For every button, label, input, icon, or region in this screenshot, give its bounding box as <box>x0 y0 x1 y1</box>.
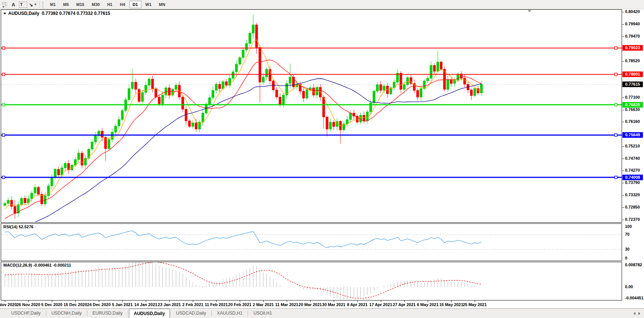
axis-tick-mark <box>622 207 624 208</box>
tab-divider <box>87 311 87 316</box>
tab-scroll-controls <box>634 309 644 318</box>
axis-tick-label: 0.76630 <box>625 107 640 112</box>
axis-tick-label: 0.72370 <box>625 217 640 222</box>
text-icon[interactable]: A <box>9 1 18 8</box>
macd-chart[interactable] <box>1 262 622 300</box>
rsi-axis-label: 0 <box>625 256 627 260</box>
mt4-window: FAT↘M1M5M15M30H1H4D1W1MN AUDUSD,Daily 0.… <box>0 0 644 318</box>
date-tick-mark <box>381 300 381 302</box>
chart-tab-usdcad[interactable]: USDCAD,Daily <box>172 309 211 318</box>
date-tick-mark <box>357 300 358 302</box>
date-tick-mark <box>216 300 217 302</box>
chart-tabs: USDCHF,DailyUSDCNH,DailyEURUSD,DailyAUDU… <box>0 309 276 318</box>
axis-tick-label: 0.79470 <box>625 34 640 38</box>
main-chart-panel[interactable]: AUDUSD,Daily 0.77392 0.77674 0.77332 0.7… <box>1 9 622 223</box>
date-tick-mark <box>75 300 76 302</box>
toolbar-separator <box>40 1 40 8</box>
rsi-axis-label: 30 <box>625 247 629 251</box>
candlestick-chart[interactable] <box>1 10 622 222</box>
timeframe-button-mn[interactable]: MN <box>155 1 169 8</box>
axis-tick-label: 0.76160 <box>625 119 640 124</box>
price-axis[interactable]: 0.804200.799400.794700.785200.771000.766… <box>622 9 644 300</box>
timeframe-button-w1[interactable]: W1 <box>142 1 155 8</box>
tab-divider <box>248 311 248 316</box>
axis-tick-mark <box>622 12 624 12</box>
date-label: 25 May 2021 <box>463 302 487 307</box>
date-tick-mark <box>404 300 405 302</box>
level-price-badge: 0.78001 <box>622 71 643 77</box>
tab-divider <box>46 311 46 316</box>
date-tick-mark <box>169 300 170 302</box>
chart-shift-marker[interactable] <box>528 10 531 12</box>
date-label: 2 Mar 2021 <box>253 302 274 307</box>
date-tick-mark <box>146 300 146 302</box>
axis-tick-mark <box>622 159 624 159</box>
macd-panel[interactable]: MACD(12,26,9) -0.000461 -0.000211 <box>1 262 622 300</box>
date-label: 8 Apr 2021 <box>347 302 367 307</box>
date-tick-mark <box>475 300 475 302</box>
chart-tab-usdcnh[interactable]: USDCNH,Daily <box>47 309 86 318</box>
date-tick-mark <box>122 300 123 302</box>
date-label: 5 Dec 2020 <box>41 302 63 307</box>
level-price-badge: 0.74008 <box>622 175 643 180</box>
toolbar: FAT↘M1M5M15M30H1H4D1W1MN <box>0 0 644 9</box>
timeframe-button-h4[interactable]: H4 <box>116 1 128 8</box>
axis-tick-mark <box>622 146 624 147</box>
rsi-label: RSI(14) 52.5276 <box>3 225 34 229</box>
date-label: 30 Mar 2021 <box>322 302 345 307</box>
date-label: 27 Apr 2021 <box>393 302 415 307</box>
timeframe-button-d1[interactable]: D1 <box>129 1 141 8</box>
date-label: 14 Jan 2021 <box>134 302 157 307</box>
chart-tab-xauusd[interactable]: XAUUSD,H1 <box>213 309 247 318</box>
level-price-badge: 0.79023 <box>622 45 643 51</box>
date-label: 20 Mar 2021 <box>299 302 322 307</box>
tabs-scroll-left-icon[interactable] <box>634 312 635 315</box>
text-label-icon[interactable]: T <box>19 1 28 8</box>
axis-tick-label: 0.77100 <box>625 95 640 99</box>
axis-tick-mark <box>622 171 624 171</box>
axis-tick-label: 0.75210 <box>625 144 640 148</box>
timeframe-button-m1[interactable]: M1 <box>47 1 59 8</box>
chart-tab-usdchf[interactable]: USDCHF,Daily <box>7 309 45 318</box>
axis-tick-label: 0.78520 <box>625 58 640 63</box>
date-label: 24 Dec 2020 <box>87 302 111 307</box>
date-label: 15 May 2021 <box>439 302 463 307</box>
macd-axis-label: 0.008782 <box>625 263 642 267</box>
date-tick-mark <box>28 300 29 302</box>
level-price-badge: 0.76825 <box>622 102 643 108</box>
date-tick-mark <box>428 300 428 302</box>
arrow-objects-icon[interactable]: ↘ <box>28 1 37 8</box>
date-label: 11 Feb 2021 <box>205 302 228 307</box>
rsi-panel[interactable]: RSI(14) 52.5276 <box>1 223 622 261</box>
date-tick-mark <box>334 300 334 302</box>
axis-tick-label: 0.79940 <box>625 22 640 26</box>
axis-tick-mark <box>622 220 624 220</box>
chart-tabs-bar: USDCHF,DailyUSDCNH,DailyEURUSD,DailyAUDU… <box>0 308 644 318</box>
date-axis[interactable]: 17 Nov 202026 Nov 20205 Dec 202015 Dec 2… <box>0 300 644 308</box>
date-label: 23 Jan 2021 <box>158 302 181 307</box>
date-label: 17 Apr 2021 <box>369 302 392 307</box>
chart-tab-audusd[interactable]: AUDUSD,Daily <box>129 309 170 318</box>
axis-tick-label: 0.72850 <box>625 205 640 209</box>
chart-ohlc-values: 0.77392 0.77674 0.77332 0.77615 <box>42 11 110 16</box>
axis-tick-label: 0.73320 <box>625 193 640 197</box>
date-tick-mark <box>451 300 452 302</box>
date-tick-mark <box>99 300 99 302</box>
chart-tab-usoil[interactable]: USOil,H1 <box>249 309 276 318</box>
toolbar-drag-handle-icon[interactable]: F <box>2 2 7 7</box>
date-label: 2 Feb 2021 <box>182 302 203 307</box>
chart-tab-eurusd[interactable]: EURUSD,Daily <box>88 309 127 318</box>
rsi-chart[interactable] <box>1 224 622 260</box>
axis-tick-mark <box>622 98 624 98</box>
timeframe-button-m15[interactable]: M15 <box>73 1 88 8</box>
timeframe-button-m30[interactable]: M30 <box>88 1 103 8</box>
date-label: 6 May 2021 <box>417 302 439 307</box>
timeframe-button-h1[interactable]: H1 <box>104 1 116 8</box>
symbol-dropdown-icon[interactable] <box>3 13 6 15</box>
dropdown-caret-icon[interactable] <box>34 4 37 5</box>
rsi-axis-label: 70 <box>625 232 629 236</box>
timeframe-button-m5[interactable]: M5 <box>60 1 72 8</box>
axis-tick-mark <box>622 122 624 122</box>
tabs-scroll-right-icon[interactable] <box>638 312 640 315</box>
toolbar-drag-handle[interactable] <box>43 1 44 7</box>
